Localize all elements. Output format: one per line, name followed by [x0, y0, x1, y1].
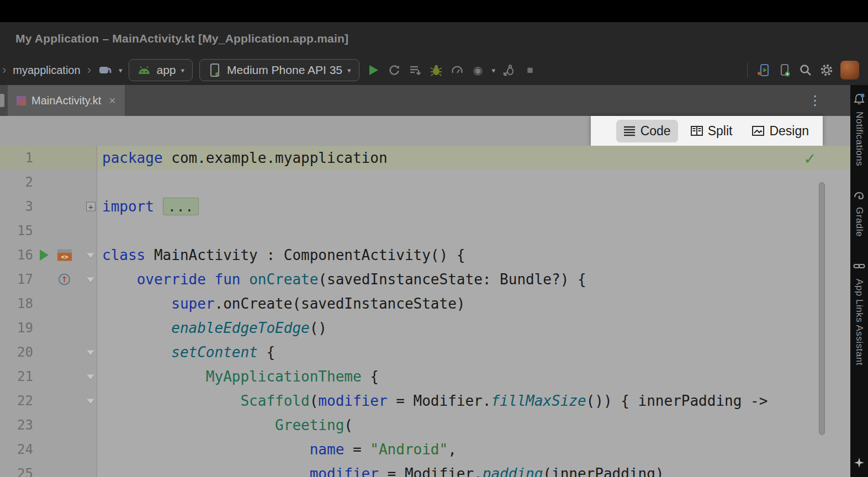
record-glyph: ◉	[473, 63, 483, 77]
stop-icon[interactable]: ■	[523, 62, 537, 78]
code-line[interactable]: 21 MyApplicationTheme {	[0, 364, 850, 389]
mode-code-button[interactable]: Code	[616, 120, 678, 142]
device-phone-icon	[208, 62, 222, 78]
code-line[interactable]: 1package com.example.myapplication	[0, 146, 850, 170]
device-selector[interactable]: Medium Phone API 35 ▾	[199, 59, 359, 81]
gutter: 3+	[0, 194, 97, 219]
class-gutter-icon[interactable]: <>	[57, 250, 72, 261]
settings-gear-icon[interactable]	[819, 62, 834, 78]
chevron-down-icon[interactable]: ▾	[119, 66, 123, 75]
line-number: 23	[0, 417, 33, 433]
line-number: 19	[0, 320, 33, 336]
gutter: 16<>	[0, 243, 97, 267]
fold-chevron-icon[interactable]	[87, 399, 94, 404]
gemini-sparkle-icon[interactable]	[854, 457, 865, 470]
code-line[interactable]: 20 setContent {	[0, 340, 850, 364]
gutter: 17↑	[0, 267, 97, 292]
mode-design-button[interactable]: Design	[745, 120, 816, 142]
project-selector[interactable]: myapplication	[13, 64, 80, 77]
code-text: enableEdgeToEdge()	[97, 316, 327, 340]
avatar[interactable]	[840, 61, 859, 80]
gutter-icons	[33, 316, 97, 340]
window-titlebar: My Application – MainActivity.kt [My_App…	[0, 22, 868, 55]
mode-split-button[interactable]: Split	[684, 120, 740, 142]
code-line[interactable]: 3+import ...	[0, 194, 850, 219]
gradle-elephant-icon	[853, 189, 866, 203]
attach-debugger-icon[interactable]	[502, 62, 516, 78]
inspection-ok-icon[interactable]: ✓	[803, 150, 816, 167]
tool-stripe-handle[interactable]	[0, 94, 4, 107]
chevron-down-icon: ▾	[181, 66, 185, 75]
code-text: Greeting(	[97, 413, 353, 437]
code-line[interactable]: 19 enableEdgeToEdge()	[0, 316, 850, 340]
code-text: package com.example.myapplication	[97, 146, 388, 170]
gutter-icons	[33, 170, 97, 194]
code-editor[interactable]: 1package com.example.myapplication23+imp…	[0, 146, 850, 477]
code-text: modifier = Modifier.padding(innerPadding…	[97, 462, 664, 477]
override-gutter-icon[interactable]: ↑	[59, 274, 70, 285]
code-text: class MainActivity : ComponentActivity()…	[97, 243, 465, 267]
android-icon	[137, 62, 151, 78]
toolbar-divider	[747, 63, 748, 77]
gutter-icons	[33, 462, 97, 477]
gutter: 21	[0, 364, 97, 389]
code-area: 1package com.example.myapplication23+imp…	[0, 146, 850, 477]
tool-label: App Links Assistant	[854, 279, 865, 365]
code-text: MyApplicationTheme {	[97, 364, 379, 389]
line-number: 21	[0, 369, 33, 384]
close-icon[interactable]: ×	[109, 94, 115, 107]
code-text: super.onCreate(savedInstanceState)	[97, 292, 465, 316]
running-devices-icon[interactable]	[756, 62, 771, 78]
run-config-selector[interactable]: app ▾	[129, 59, 193, 81]
gutter-icons	[33, 437, 97, 462]
fold-expand-icon[interactable]: +	[86, 202, 96, 211]
gutter-icons	[33, 292, 97, 316]
fold-chevron-icon[interactable]	[87, 253, 94, 258]
code-text: import ...	[97, 194, 199, 219]
line-number: 15	[0, 223, 33, 239]
code-text: Scaffold(modifier = Modifier.fillMaxSize…	[97, 389, 768, 413]
gutter-icons	[33, 146, 97, 170]
code-text: override fun onCreate(savedInstanceState…	[97, 267, 586, 292]
gutter: 25	[0, 462, 97, 477]
gutter-icons	[33, 340, 97, 364]
line-number: 20	[0, 344, 33, 360]
editor-scrollbar[interactable]	[819, 182, 825, 435]
main-toolbar: › myapplication › ▾ app ▾ Medium Phone A…	[0, 55, 868, 85]
code-line[interactable]: 2	[0, 170, 850, 194]
tool-gradle[interactable]: Gradle	[853, 189, 866, 237]
profiler-icon[interactable]	[450, 62, 464, 78]
code-line[interactable]: 23 Greeting(	[0, 413, 850, 437]
search-icon[interactable]	[798, 62, 813, 78]
code-mode-icon	[623, 126, 636, 136]
editor-tab-bar: MainActivity.kt × ⋮	[0, 85, 850, 116]
code-line[interactable]: 25 modifier = Modifier.padding(innerPadd…	[0, 462, 850, 477]
fold-chevron-icon[interactable]	[87, 374, 94, 379]
tab-mainactivity[interactable]: MainActivity.kt ×	[8, 85, 125, 116]
gutter-icons	[33, 219, 97, 243]
code-line[interactable]: 16<>class MainActivity : ComponentActivi…	[0, 243, 850, 267]
chevron-down-icon[interactable]: ▾	[492, 66, 496, 75]
tool-notifications[interactable]: Notifications	[853, 93, 865, 166]
code-line[interactable]: 15	[0, 219, 850, 243]
debug-icon[interactable]	[429, 62, 443, 78]
tab-label: MainActivity.kt	[31, 94, 101, 107]
more-options-icon[interactable]: ⋮	[808, 93, 822, 108]
gutter: 2	[0, 170, 97, 194]
code-line[interactable]: 24 name = "Android",	[0, 437, 850, 462]
code-line[interactable]: 22 Scaffold(modifier = Modifier.fillMaxS…	[0, 389, 850, 413]
code-line[interactable]: 18 super.onCreate(savedInstanceState)	[0, 292, 850, 316]
design-mode-icon	[752, 126, 764, 136]
tool-app-links-assistant[interactable]: App Links Assistant	[853, 260, 865, 365]
device-manager-icon[interactable]	[777, 62, 792, 78]
apply-changes-icon[interactable]	[387, 62, 401, 78]
stop-glyph: ■	[527, 64, 533, 76]
fold-chevron-icon[interactable]	[87, 277, 94, 282]
apply-code-changes-icon[interactable]	[408, 62, 422, 78]
fold-chevron-icon[interactable]	[87, 350, 94, 355]
gradle-sync-icon[interactable]	[98, 62, 112, 78]
coverage-icon[interactable]: ◉	[471, 62, 485, 78]
run-gutter-icon[interactable]	[40, 250, 49, 261]
code-line[interactable]: 17↑ override fun onCreate(savedInstanceS…	[0, 267, 850, 292]
run-button[interactable]	[366, 62, 380, 78]
